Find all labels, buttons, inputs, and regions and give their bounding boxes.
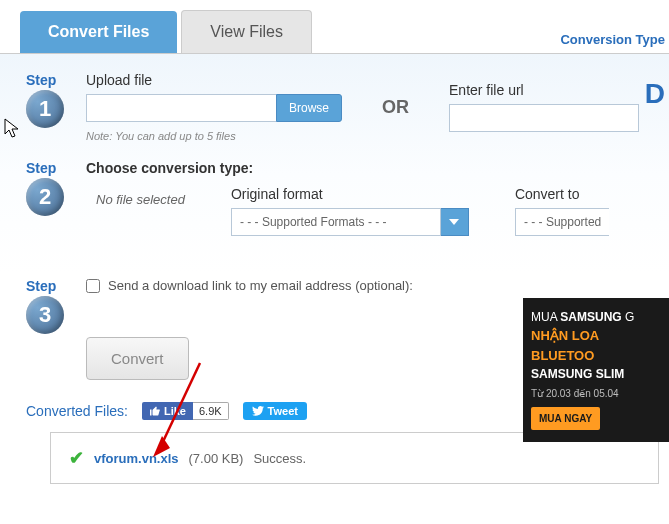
original-format-value: - - - Supported Formats - - -	[231, 208, 441, 236]
upload-file-input[interactable]	[86, 94, 276, 122]
converted-file-size: (7.00 KB)	[189, 451, 244, 466]
fb-like-count: 6.9K	[193, 402, 229, 420]
upload-note: Note: You can add up to 5 files	[86, 130, 342, 142]
ad-date: Từ 20.03 đến 05.04	[531, 386, 661, 401]
tab-view-files[interactable]: View Files	[181, 10, 312, 53]
ad-headline: NHẬN LOA BLUETOO	[531, 326, 661, 365]
convert-to-value: - - - Supported	[515, 208, 609, 236]
no-file-selected: No file selected	[86, 186, 185, 236]
conversion-types-link[interactable]: Conversion Type	[560, 32, 669, 53]
or-separator: OR	[382, 97, 409, 118]
fb-like-text: Like	[164, 405, 186, 417]
converted-files-label: Converted Files:	[26, 403, 128, 419]
browse-button[interactable]: Browse	[276, 94, 342, 122]
thumb-up-icon	[149, 405, 161, 417]
convert-to-select[interactable]: - - - Supported	[515, 208, 609, 236]
email-option-label: Send a download link to my email address…	[108, 278, 413, 293]
url-title: Enter file url	[449, 82, 639, 98]
tweet-text: Tweet	[268, 405, 298, 417]
converted-file-link[interactable]: vforum.vn.xls	[94, 451, 179, 466]
twitter-icon	[252, 406, 264, 416]
converted-file-status: Success.	[253, 451, 306, 466]
step-2-badge: 2	[26, 178, 64, 216]
main-panel: Step 1 Upload file Browse Note: You can …	[0, 53, 669, 514]
chevron-down-icon	[441, 208, 469, 236]
ad-subhead: SAMSUNG SLIM	[531, 365, 661, 383]
step-1-badge: 1	[26, 90, 64, 128]
step-label: Step	[26, 278, 86, 294]
upload-file-title: Upload file	[86, 72, 342, 88]
drop-indicator: D	[645, 78, 665, 110]
choose-type-title: Choose conversion type:	[86, 160, 661, 176]
ad-cta-button[interactable]: MUA NGAY	[531, 407, 600, 430]
convert-to-label: Convert to	[515, 186, 609, 202]
tweet-button[interactable]: Tweet	[243, 402, 307, 420]
step-label: Step	[26, 72, 86, 88]
advertisement[interactable]: MUA SAMSUNG G NHẬN LOA BLUETOO SAMSUNG S…	[523, 298, 669, 442]
convert-button[interactable]: Convert	[86, 337, 189, 380]
original-format-select[interactable]: - - - Supported Formats - - -	[231, 208, 469, 236]
tab-convert-files[interactable]: Convert Files	[20, 11, 177, 53]
email-checkbox[interactable]	[86, 279, 100, 293]
step-label: Step	[26, 160, 86, 176]
success-check-icon: ✔	[69, 447, 84, 469]
file-url-input[interactable]	[449, 104, 639, 132]
facebook-like-button[interactable]: Like 6.9K	[142, 402, 229, 420]
original-format-label: Original format	[231, 186, 469, 202]
step-3-badge: 3	[26, 296, 64, 334]
